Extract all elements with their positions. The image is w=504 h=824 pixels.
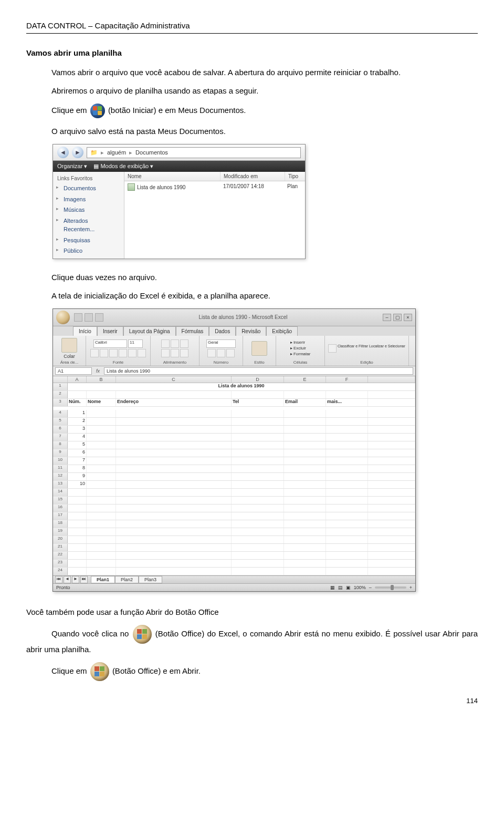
cell[interactable]: 2 [68,418,87,425]
tab-inicio[interactable]: Início [73,326,97,336]
office-button-icon[interactable] [56,311,70,324]
nav-back-icon[interactable]: ◄ [57,147,69,158]
row-header[interactable]: 8 [53,441,68,449]
tab-revisao[interactable]: Revisão [236,326,266,336]
cell[interactable]: 3 [68,426,87,433]
align-mid-icon[interactable] [171,339,179,348]
row-header[interactable]: 17 [53,512,68,520]
cell-email-header[interactable]: Email [284,399,326,406]
paste-icon[interactable] [61,338,77,353]
grid-row[interactable]: 17 [53,512,415,520]
grid-row[interactable]: 41 [53,410,415,418]
row-header[interactable]: 18 [53,520,68,528]
column-header-tipo[interactable]: Tipo [285,172,305,181]
col-header-c[interactable]: C [116,376,232,383]
column-header-date[interactable]: Modificado em [220,172,285,181]
grid-row[interactable]: 19 [53,528,415,536]
qat-redo-icon[interactable] [95,313,103,322]
grid-row[interactable]: 1310 [53,481,415,489]
sidebar-item-imagens[interactable]: Imagens [53,194,124,205]
row-header[interactable]: 19 [53,528,68,535]
sheet-tab-plan1[interactable]: Plan1 [91,576,115,583]
grid-row[interactable]: 74 [53,434,415,441]
grid-row[interactable]: 118 [53,465,415,473]
cell[interactable]: 5 [68,441,87,449]
fx-icon[interactable]: fx [96,368,100,374]
grid-row[interactable]: 107 [53,457,415,465]
row-header[interactable]: 1 [53,383,68,390]
close-icon[interactable]: × [404,314,412,321]
grid-row[interactable]: 96 [53,449,415,457]
sheet-tab-plan3[interactable]: Plan3 [139,576,162,583]
cell-endereco-header[interactable]: Endereço [116,399,232,406]
name-box[interactable]: A1 [55,367,92,375]
row-header[interactable]: 13 [53,481,68,488]
row-header[interactable]: 24 [53,568,68,575]
cell-nome-header[interactable]: Nome [87,399,116,406]
spreadsheet-grid[interactable]: A B C D E F 1 Lista de alunos 1990 2 3 N… [53,376,415,575]
view-normal-icon[interactable]: ▦ [330,585,335,590]
row-header[interactable]: 3 [53,399,68,406]
styles-icon[interactable] [251,341,267,356]
sheet-nav-last-icon[interactable]: ⏭ [80,576,88,583]
row-header[interactable]: 5 [53,418,68,425]
row-header[interactable]: 22 [53,552,68,559]
cells-format-button[interactable]: ▸ Formatar [290,352,311,356]
file-row[interactable]: Lista de alunos 1990 17/01/2007 14:18 Pl… [124,181,305,193]
sidebar-item-pesquisas[interactable]: Pesquisas [53,235,124,246]
qat-undo-icon[interactable] [85,313,93,322]
cell[interactable]: 6 [68,449,87,457]
cell[interactable]: 7 [68,457,87,465]
select-all-corner[interactable] [53,376,68,383]
align-right-icon[interactable] [180,349,188,357]
cells-insert-button[interactable]: ▸ Inserir [290,340,305,345]
view-layout-icon[interactable]: ▤ [338,585,343,590]
row-header[interactable]: 23 [53,560,68,567]
cell-title[interactable]: Lista de alunos 1990 [68,383,415,390]
number-format-select[interactable]: Geral [206,339,236,348]
align-bot-icon[interactable] [180,339,188,348]
grid-row[interactable]: 63 [53,426,415,434]
cell[interactable]: 8 [68,465,87,472]
font-name-input[interactable]: Calibri [93,339,127,348]
qat-save-icon[interactable] [74,313,82,322]
tab-formulas[interactable]: Fórmulas [176,326,209,336]
font-color-icon[interactable] [138,349,146,357]
row-header[interactable]: 14 [53,489,68,496]
fill-icon[interactable] [128,349,136,357]
col-header-b[interactable]: B [87,376,116,383]
row-header[interactable]: 20 [53,536,68,543]
sidebar-item-publico[interactable]: Público [53,245,124,256]
sheet-tab-plan2[interactable]: Plan2 [115,576,139,583]
cell-mais-header[interactable]: mais... [326,399,368,406]
col-header-f[interactable]: F [326,376,368,383]
views-menu[interactable]: ▦ Modos de exibição ▾ [93,163,153,170]
row-header[interactable]: 21 [53,544,68,551]
sheet-nav-next-icon[interactable]: ► [72,576,79,583]
cells-delete-button[interactable]: ▸ Excluir [290,346,306,351]
cell[interactable]: 9 [68,473,87,480]
cell[interactable]: 1 [68,410,87,417]
row-header[interactable]: 16 [53,504,68,512]
nav-forward-icon[interactable]: ► [72,147,83,158]
row-header[interactable]: 4 [53,410,68,417]
grid-row[interactable]: 15 [53,497,415,504]
grid-row[interactable]: 52 [53,418,415,426]
cell-tel-header[interactable]: Tel [232,399,284,406]
align-top-icon[interactable] [161,339,170,348]
row-header[interactable]: 9 [53,449,68,457]
col-header-a[interactable]: A [68,376,87,383]
view-break-icon[interactable]: ▣ [346,585,351,590]
row-header[interactable]: 6 [53,426,68,433]
zoom-slider[interactable] [375,586,406,589]
border-icon[interactable] [119,349,127,357]
autosum-icon[interactable] [328,344,337,353]
grid-row[interactable]: 23 [53,560,415,568]
grid-row[interactable]: 20 [53,536,415,544]
minimize-icon[interactable]: – [383,314,391,321]
find-select-button[interactable]: Localizar e Selecionar [369,344,405,348]
crumb-docs[interactable]: Documentos [135,149,168,156]
organize-menu[interactable]: Organizar ▾ [57,163,87,170]
sort-filter-button[interactable]: Classificar e Filtrar [338,344,368,348]
breadcrumb[interactable]: 📁 ▸ alguém ▸ Documentos [87,147,301,158]
